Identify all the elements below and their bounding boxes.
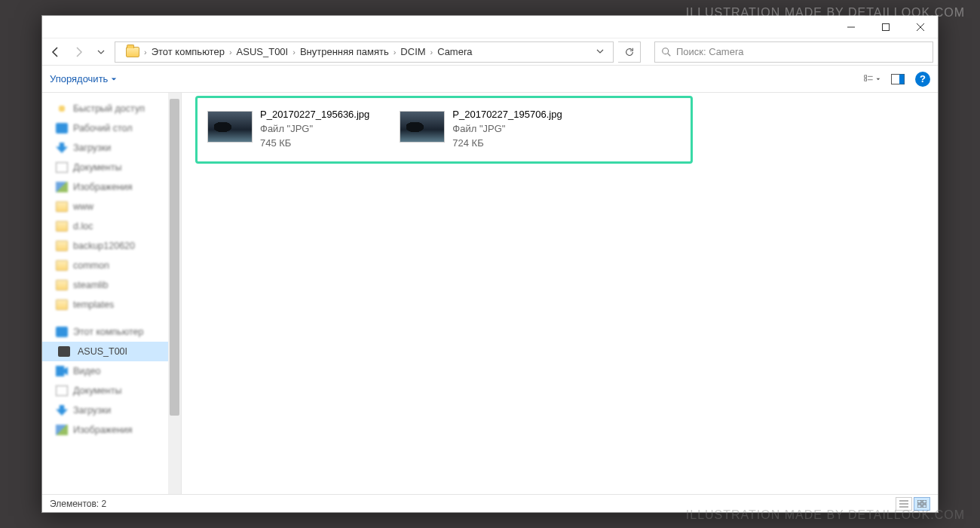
explorer-window: › Этот компьютер › ASUS_T00I › Внутрення… (41, 15, 939, 513)
status-bar: Элементов: 2 (42, 494, 938, 512)
file-item[interactable]: P_20170227_195706.jpgФайл "JPG"724 КБ (400, 108, 562, 151)
close-button[interactable] (903, 16, 938, 38)
sidebar-item-label: www (73, 201, 93, 212)
sidebar-item-label: Загрузки (73, 143, 111, 153)
svg-rect-17 (917, 505, 921, 508)
sidebar-item[interactable]: d.loc (42, 216, 168, 236)
sidebar-item-label: Загрузки (73, 405, 111, 416)
sidebar-item-label: Изображения (73, 182, 133, 192)
sidebar-item[interactable]: steamlib (42, 275, 168, 295)
sidebar-item-label: Быстрый доступ (73, 103, 145, 114)
folder-icon (56, 201, 68, 212)
chevron-right-icon: › (292, 48, 296, 57)
folder-icon (56, 260, 68, 271)
titlebar (42, 16, 938, 38)
breadcrumb-item[interactable]: Camera (434, 46, 475, 57)
doc-icon (56, 385, 68, 396)
organize-label: Упорядочить (50, 73, 108, 84)
sidebar-item-label: Документы (73, 385, 121, 396)
desktop-icon (56, 123, 68, 134)
search-icon (661, 47, 672, 57)
file-thumbnail (207, 111, 253, 143)
down-icon (56, 405, 68, 416)
content-area[interactable]: P_20170227_195636.jpgФайл "JPG"745 КБP_2… (182, 93, 938, 494)
chevron-right-icon: › (394, 48, 397, 57)
svg-point-4 (663, 48, 669, 54)
sidebar-item[interactable]: Быстрый доступ (42, 99, 168, 118)
sidebar-item[interactable]: backup120620 (42, 236, 168, 256)
preview-pane-button[interactable] (890, 71, 906, 87)
forward-button[interactable] (69, 43, 87, 61)
img-icon (56, 425, 68, 435)
sidebar-item-label: Видео (73, 366, 101, 376)
details-view-button[interactable] (896, 497, 912, 511)
svg-rect-1 (883, 23, 890, 30)
breadcrumb-dropdown[interactable] (592, 46, 608, 57)
file-name: P_20170227_195636.jpg (260, 108, 369, 122)
sidebar-item-label: Документы (73, 162, 121, 173)
sidebar-item[interactable]: Загрузки (42, 138, 168, 158)
folder-icon (56, 299, 68, 310)
star-icon (56, 103, 68, 114)
pc-icon (56, 327, 68, 337)
scrollbar-thumb[interactable] (170, 99, 179, 416)
file-size: 724 КБ (452, 137, 562, 151)
sidebar-item[interactable]: Этот компьютер (42, 322, 168, 342)
sidebar-scrollbar[interactable] (168, 93, 181, 494)
sidebar-item[interactable]: Рабочий стол (42, 118, 168, 138)
folder-icon (56, 280, 68, 290)
doc-icon (56, 162, 68, 173)
svg-rect-11 (899, 74, 905, 84)
phone-icon (58, 346, 70, 357)
sidebar-item[interactable]: www (42, 197, 168, 216)
organize-menu[interactable]: Упорядочить (50, 73, 117, 84)
sidebar-item-label: Рабочий стол (73, 123, 132, 134)
sidebar-item[interactable]: Видео (42, 361, 168, 381)
minimize-button[interactable] (834, 16, 868, 38)
search-box[interactable] (654, 41, 933, 63)
chevron-right-icon: › (430, 48, 433, 57)
sidebar-item-label: templates (73, 299, 114, 310)
search-input[interactable] (676, 46, 926, 57)
breadcrumb[interactable]: › Этот компьютер › ASUS_T00I › Внутрення… (115, 41, 614, 63)
back-button[interactable] (47, 43, 65, 61)
refresh-button[interactable] (618, 41, 641, 63)
view-options-button[interactable] (864, 71, 880, 87)
sidebar-item[interactable]: Изображения (42, 177, 168, 197)
svg-line-5 (668, 53, 671, 56)
maximize-button[interactable] (868, 16, 903, 38)
sidebar-item-label: d.loc (73, 221, 93, 232)
breadcrumb-item[interactable]: Этот компьютер (149, 46, 228, 57)
caret-down-icon (111, 76, 117, 82)
recent-dropdown[interactable] (92, 43, 110, 61)
help-button[interactable]: ? (915, 72, 930, 87)
sidebar-item[interactable]: templates (42, 295, 168, 315)
video-icon (56, 366, 68, 376)
caret-down-icon (876, 76, 880, 82)
sidebar-item-label: backup120620 (73, 241, 135, 251)
svg-rect-16 (923, 500, 926, 503)
svg-rect-7 (865, 78, 867, 81)
file-item[interactable]: P_20170227_195636.jpgФайл "JPG"745 КБ (207, 108, 369, 151)
svg-rect-6 (865, 75, 867, 77)
sidebar-item[interactable]: ASUS_T00I (42, 342, 168, 361)
sidebar-item[interactable]: Документы (42, 158, 168, 177)
breadcrumb-item[interactable]: ASUS_T00I (234, 46, 292, 57)
sidebar: Быстрый доступРабочий столЗагрузкиДокуме… (42, 93, 182, 494)
svg-rect-15 (917, 500, 921, 503)
file-size: 745 КБ (260, 137, 369, 151)
folder-icon (56, 241, 68, 251)
sidebar-item[interactable]: Документы (42, 381, 168, 401)
sidebar-item[interactable]: Загрузки (42, 401, 168, 420)
down-icon (56, 143, 68, 153)
tiles-view-button[interactable] (914, 497, 930, 511)
sidebar-item-label: ASUS_T00I (78, 346, 127, 357)
breadcrumb-item[interactable]: DCIM (397, 46, 428, 57)
file-name: P_20170227_195706.jpg (452, 108, 562, 122)
file-thumbnail (400, 111, 445, 143)
sidebar-item[interactable]: common (42, 256, 168, 275)
folder-icon (56, 221, 68, 232)
sidebar-item[interactable]: Изображения (42, 420, 168, 440)
breadcrumb-item[interactable]: Внутренняя память (297, 46, 392, 57)
chevron-right-icon: › (229, 48, 232, 57)
